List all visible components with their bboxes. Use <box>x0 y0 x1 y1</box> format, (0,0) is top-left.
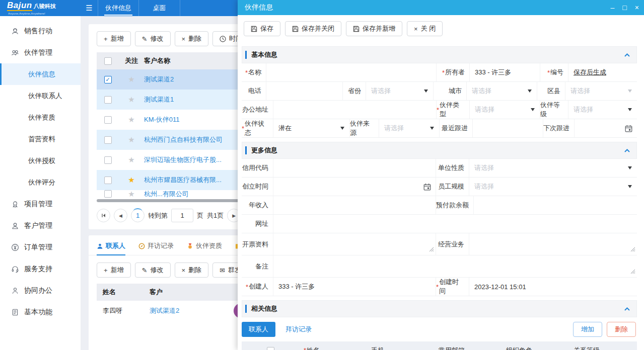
sidebar-item-partner-score[interactable]: 伙伴评分 <box>0 171 81 193</box>
add-button[interactable]: +新增 <box>97 31 131 46</box>
tab-contacts[interactable]: 联系人 <box>97 241 125 255</box>
star-icon[interactable]: ★ <box>128 135 134 144</box>
partner-link[interactable]: 杭州市耀昌医疗器械有限... <box>144 176 222 184</box>
city-select[interactable]: 请选择 <box>466 82 537 100</box>
add-related-button[interactable]: 增加 <box>573 322 602 337</box>
sidebar-item-partner-mgmt[interactable]: 伙伴管理 <box>0 42 81 63</box>
section-accent-bar <box>245 305 247 313</box>
unit-nature-select[interactable]: 请选择 <box>469 159 637 177</box>
save-button[interactable]: 保存 <box>244 21 280 36</box>
edit-button[interactable]: ✎修改 <box>135 31 171 46</box>
partner-type-select[interactable]: 请选择 <box>469 101 540 119</box>
related-tab-visits[interactable]: 拜访记录 <box>278 322 319 337</box>
related-tab-contacts[interactable]: 联系人 <box>242 322 275 337</box>
calendar-icon[interactable] <box>423 183 431 191</box>
name-input[interactable] <box>266 63 436 81</box>
sidebar-item-partner-qualification[interactable]: 伙伴资质 <box>0 107 81 128</box>
partner-status-select[interactable]: 潜在 <box>273 119 349 137</box>
phone-input[interactable] <box>266 82 342 100</box>
sidebar-item-customer-mgmt[interactable]: 客户管理 <box>0 215 81 236</box>
recent-followup-field[interactable] <box>472 119 543 137</box>
delete-button[interactable]: ×删除 <box>175 31 209 46</box>
partner-link[interactable]: KM-伙伴011 <box>144 116 180 123</box>
field-label: 备注 <box>242 255 273 277</box>
sidebar-item-basic-functions[interactable]: 基本功能 <box>0 301 81 323</box>
customer-link[interactable]: 测试渠道2 <box>150 307 179 314</box>
sidebar-item-collab-office[interactable]: 协同办公 <box>0 280 81 301</box>
sidebar-item-partner-contacts[interactable]: 伙伴联系人 <box>0 85 81 107</box>
credit-code-input[interactable] <box>273 159 436 177</box>
save-and-new-button[interactable]: 保存并新增 <box>346 21 402 36</box>
tab-desktop[interactable]: 桌面 <box>139 0 180 16</box>
row-checkbox[interactable] <box>104 190 112 198</box>
annual-income-input[interactable] <box>273 196 436 214</box>
owner-field[interactable]: 333 - 许三多 <box>469 63 540 81</box>
sidebar-item-first-camp-data[interactable]: 首营资料 <box>0 128 81 150</box>
resize-handle-icon[interactable] <box>630 246 635 253</box>
sidebar-item-service-support[interactable]: 服务支持 <box>0 258 81 280</box>
star-icon[interactable]: ★ <box>128 190 134 198</box>
delete-contact-button[interactable]: ×删除 <box>175 262 209 278</box>
partner-link[interactable]: 测试渠道1 <box>144 96 174 103</box>
star-icon[interactable]: ★ <box>128 155 134 164</box>
current-page-button[interactable]: 1 <box>131 209 145 222</box>
first-page-button[interactable] <box>97 209 110 222</box>
row-checkbox[interactable] <box>104 136 112 144</box>
maximize-button[interactable]: □ <box>622 0 626 15</box>
staff-size-select[interactable]: 请选择 <box>469 178 637 196</box>
partner-link[interactable]: 深圳迈瑞生物医疗电子股... <box>144 156 222 163</box>
collapse-chevron-icon[interactable] <box>624 53 630 57</box>
select-all-checkbox[interactable] <box>267 347 274 350</box>
sidebar-item-sales-action[interactable]: 销售行动 <box>0 20 81 42</box>
tab-partner-qualification[interactable]: 伙伴资质 <box>187 241 222 255</box>
partner-link[interactable]: 杭州西门点自科技有限公司 <box>144 136 223 143</box>
collapse-chevron-icon[interactable] <box>624 148 630 153</box>
sidebar-item-project-mgmt[interactable]: 项目管理 <box>0 193 81 215</box>
tab-visit-records[interactable]: 拜访记录 <box>138 241 174 255</box>
founded-date-input[interactable] <box>273 178 436 196</box>
address-input[interactable] <box>273 101 436 119</box>
select-all-checkbox[interactable] <box>104 57 112 65</box>
prev-page-button[interactable]: ◀ <box>114 209 127 222</box>
invoice-info-textarea[interactable] <box>273 233 436 255</box>
star-icon[interactable]: ★ <box>128 176 134 185</box>
partner-source-select[interactable]: 请选择 <box>379 119 439 137</box>
district-select[interactable]: 请选择 <box>565 82 637 100</box>
remark-textarea[interactable] <box>273 255 637 277</box>
goto-page-input[interactable]: 1 <box>171 209 193 222</box>
hamburger-menu-icon[interactable]: ☰ <box>81 0 98 16</box>
star-icon[interactable]: ★ <box>128 75 134 84</box>
resize-handle-icon[interactable] <box>429 246 434 253</box>
star-icon[interactable]: ★ <box>128 95 134 104</box>
collapse-chevron-icon[interactable] <box>624 307 630 311</box>
save-and-close-button[interactable]: 保存并关闭 <box>285 21 341 36</box>
row-checkbox[interactable] <box>104 177 112 184</box>
star-icon[interactable]: ★ <box>128 115 134 124</box>
section-title: 更多信息 <box>251 146 277 155</box>
close-button[interactable]: × <box>635 0 639 15</box>
sidebar-item-label: 订单管理 <box>24 243 52 252</box>
tab-partner-info[interactable]: 伙伴信息 <box>98 0 139 16</box>
sidebar-item-partner-authorization[interactable]: 伙伴授权 <box>0 150 81 171</box>
province-select[interactable]: 请选择 <box>366 82 433 100</box>
sidebar-item-partner-info[interactable]: 伙伴信息 <box>0 63 81 85</box>
row-checkbox[interactable] <box>104 116 112 124</box>
sidebar-item-order-mgmt[interactable]: 订单管理 <box>0 236 81 258</box>
partner-link[interactable]: 杭州...有限公司 <box>144 190 189 198</box>
edit-contact-button[interactable]: ✎修改 <box>135 262 171 278</box>
partner-link[interactable]: 测试渠道2 <box>144 75 174 83</box>
website-input[interactable] <box>273 215 637 233</box>
resize-handle-icon[interactable] <box>630 268 635 276</box>
partner-level-select[interactable]: 请选择 <box>568 101 637 119</box>
prepaid-balance-input[interactable] <box>473 196 637 214</box>
row-checkbox[interactable] <box>104 96 112 104</box>
close-form-button[interactable]: ×关 闭 <box>407 21 443 36</box>
next-followup-input[interactable] <box>574 119 637 137</box>
row-checkbox[interactable] <box>104 156 112 164</box>
delete-related-button[interactable]: 删除 <box>607 322 636 337</box>
calendar-icon[interactable] <box>625 125 632 132</box>
business-scope-textarea[interactable] <box>469 233 637 255</box>
minimize-button[interactable]: – <box>611 0 615 15</box>
add-contact-button[interactable]: +新增 <box>97 262 131 278</box>
row-checkbox[interactable]: ✓ <box>104 76 112 83</box>
